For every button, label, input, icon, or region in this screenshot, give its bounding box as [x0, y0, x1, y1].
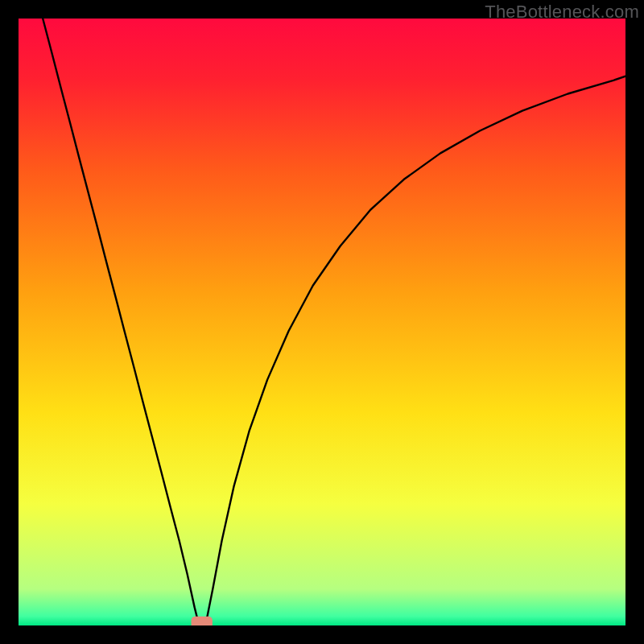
chart-background [19, 19, 625, 625]
minimum-marker [192, 617, 213, 625]
bottleneck-chart [19, 19, 625, 625]
chart-frame [19, 19, 625, 625]
watermark-text: TheBottleneck.com [485, 2, 639, 23]
